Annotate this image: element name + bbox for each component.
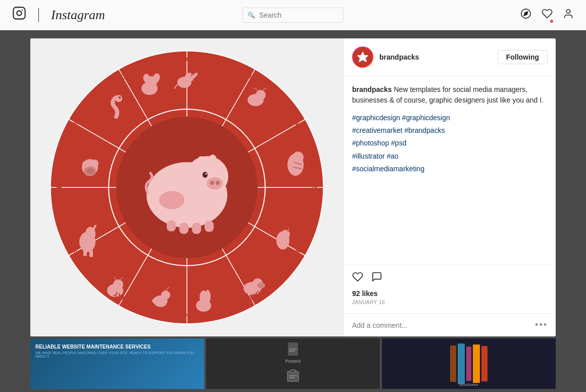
poster-icon — [288, 342, 298, 356]
comment-icon[interactable] — [371, 271, 382, 285]
svg-point-53 — [205, 290, 211, 303]
book-5 — [481, 346, 487, 381]
post-header: brandpacks Following — [344, 38, 556, 76]
svg-text:RAT: RAT — [180, 56, 194, 64]
svg-rect-33 — [192, 223, 201, 234]
svg-text:ROOSTER: ROOSTER — [311, 170, 319, 205]
book-1 — [450, 346, 456, 382]
thumb-1-sub: WE HAVE REAL PEOPLE WATCHING OVER YOUR S… — [35, 351, 199, 358]
logo-divider — [38, 8, 39, 22]
caption-text: brandpacks New templates for social medi… — [352, 84, 548, 106]
book-4 — [473, 345, 480, 383]
avatar-inner — [353, 47, 372, 67]
activity-heart-icon[interactable] — [542, 8, 553, 22]
svg-rect-88 — [289, 351, 295, 352]
svg-text:MONKEY: MONKEY — [55, 172, 63, 203]
likes-count: 92 likes — [352, 289, 548, 298]
svg-point-26 — [203, 172, 208, 178]
svg-marker-85 — [358, 52, 368, 62]
more-options-icon[interactable]: ••• — [535, 320, 548, 330]
svg-rect-91 — [289, 375, 297, 376]
post-modal: RAT OX TIGER ROOSTER PIG RABBIT DRAGON — [30, 38, 556, 336]
notification-dot — [550, 20, 553, 23]
svg-point-23 — [207, 177, 223, 189]
post-actions: 92 likes JANUARY 16 — [344, 265, 556, 313]
instagram-wordmark: Instagram — [51, 8, 105, 23]
post-image: RAT OX TIGER ROOSTER PIG RABBIT DRAGON — [30, 38, 344, 336]
post-username: brandpacks — [379, 53, 492, 61]
thumbnail-2[interactable]: Posters — [206, 338, 380, 389]
main-content: RAT OX TIGER ROOSTER PIG RABBIT DRAGON — [0, 30, 586, 392]
svg-point-43 — [292, 152, 304, 163]
post-info-panel: brandpacks Following brandpacks New temp… — [344, 38, 556, 336]
svg-point-2 — [22, 9, 23, 10]
svg-point-64 — [91, 160, 99, 167]
svg-point-30 — [159, 191, 184, 209]
bottom-thumbnails: RELIABLE WEBSITE MAINTENANCE SERVICES WE… — [30, 338, 556, 389]
book-2 — [458, 344, 465, 384]
svg-point-24 — [210, 181, 214, 185]
avatar[interactable] — [352, 46, 373, 68]
svg-point-25 — [216, 181, 220, 185]
thumbnail-3[interactable]: Brochures — [382, 338, 556, 389]
zodiac-wheel-container: RAT OX TIGER ROOSTER PIG RABBIT DRAGON — [40, 41, 333, 334]
svg-rect-90 — [290, 370, 296, 373]
search-icon: 🔍 — [248, 12, 255, 19]
svg-point-5 — [566, 9, 570, 13]
comment-input-row: ••• — [344, 313, 556, 336]
caption-hashtags: #graphicdesign #graphicdesign #creativem… — [352, 112, 548, 175]
logo-container: Instagram — [12, 6, 105, 24]
svg-point-54 — [161, 290, 170, 300]
book-3 — [466, 347, 471, 381]
svg-rect-32 — [179, 223, 188, 234]
caption-username: brandpacks — [352, 85, 392, 93]
clipboard-icon — [286, 369, 300, 383]
svg-text:DRAGON: DRAGON — [171, 311, 203, 319]
search-bar: 🔍 — [242, 8, 344, 23]
svg-rect-0 — [13, 7, 25, 19]
instagram-logo-icon — [12, 6, 26, 24]
nav-right-icons — [520, 8, 574, 22]
svg-point-67 — [119, 96, 121, 99]
svg-point-1 — [17, 11, 21, 15]
svg-rect-87 — [289, 349, 297, 350]
comment-input[interactable] — [352, 321, 531, 329]
thumb-1-title: RELIABLE WEBSITE MAINTENANCE SERVICES — [35, 344, 199, 350]
like-icon[interactable] — [352, 271, 363, 285]
svg-rect-60 — [89, 250, 93, 257]
svg-marker-4 — [524, 12, 528, 16]
svg-point-41 — [256, 90, 266, 100]
thumbnail-1[interactable]: RELIABLE WEBSITE MAINTENANCE SERVICES WE… — [30, 338, 204, 389]
svg-rect-31 — [167, 220, 176, 231]
post-caption-area: brandpacks New templates for social medi… — [344, 76, 556, 265]
search-input[interactable] — [242, 8, 344, 23]
svg-point-63 — [82, 161, 89, 168]
svg-point-66 — [115, 95, 122, 102]
brochures-label: Brochures — [460, 382, 478, 387]
posters-label: Posters — [285, 359, 301, 364]
svg-point-50 — [257, 282, 265, 288]
action-icons-row — [352, 269, 548, 285]
following-button[interactable]: Following — [498, 50, 548, 64]
svg-point-56 — [113, 279, 123, 289]
svg-rect-59 — [83, 249, 87, 256]
profile-icon[interactable] — [563, 8, 574, 22]
svg-rect-92 — [289, 377, 295, 378]
navigation-bar: Instagram 🔍 — [0, 0, 586, 30]
explore-icon[interactable] — [520, 8, 531, 22]
svg-point-65 — [86, 168, 94, 174]
svg-rect-34 — [205, 221, 214, 232]
post-date: JANUARY 16 — [352, 300, 548, 305]
svg-point-27 — [206, 173, 207, 175]
zodiac-wheel-svg: RAT OX TIGER ROOSTER PIG RABBIT DRAGON — [45, 46, 328, 329]
